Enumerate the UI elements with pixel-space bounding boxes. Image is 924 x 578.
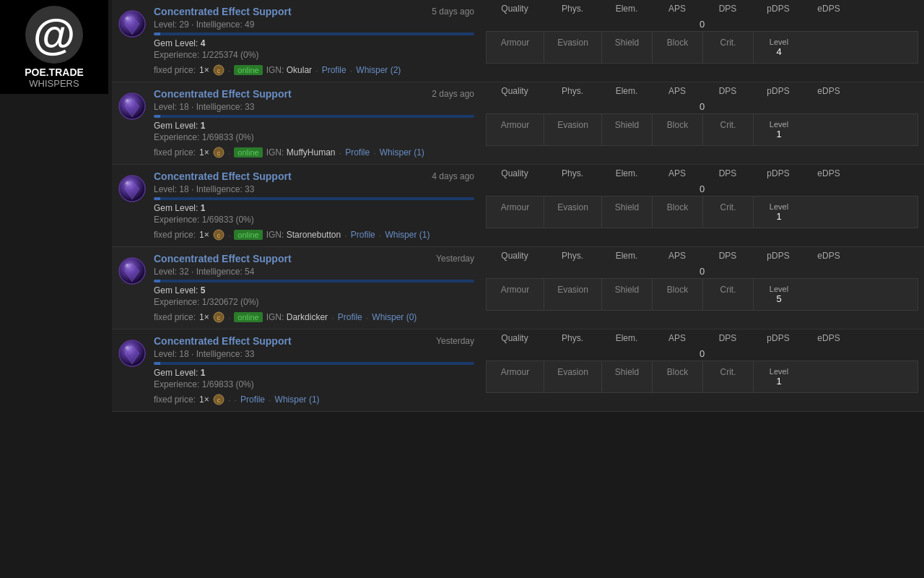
ign-name: Okular (287, 65, 312, 75)
stat-cell-block: Block (653, 32, 703, 63)
price-amount: 1× (199, 65, 209, 75)
gem-xp-fill (154, 362, 160, 365)
ign-label: IGN: Okular (266, 65, 312, 75)
listing-row: Concentrated Effect Support Yesterday Le… (112, 329, 924, 412)
gem-name[interactable]: Concentrated Effect Support (154, 6, 292, 17)
listing-right: QualityPhys.Elem.APSDPSpDPSeDPS 0 Armour… (480, 0, 924, 82)
currency-icon: c (213, 394, 225, 405)
stat-header-edps: eDPS (803, 86, 854, 96)
price-amount: 1× (199, 147, 209, 158)
stat-cell-evasion: Evasion (544, 197, 602, 228)
stat-header-edps: eDPS (803, 4, 854, 14)
stat-header-pdps: pDPS (753, 251, 803, 261)
stat-header-elem.: Elem. (601, 4, 652, 14)
gem-xp-bar (154, 197, 474, 200)
separator2: · (339, 147, 342, 158)
level-value: 4 (757, 46, 801, 57)
gem-name[interactable]: Concentrated Effect Support (154, 335, 292, 347)
svg-text:c: c (217, 67, 220, 74)
level-label: Level (757, 202, 801, 211)
gem-reqs: Level: 32 · Intelligence: 54 (154, 267, 474, 277)
gem-reqs: Level: 18 · Intelligence: 33 (154, 184, 474, 194)
stats-header: QualityPhys.Elem.APSDPSpDPSeDPS (486, 86, 918, 96)
gem-xp-line: Experience: 1/69833 (0%) (154, 215, 474, 225)
profile-link[interactable]: Profile (240, 394, 265, 405)
separator2: · (315, 65, 318, 76)
separator3: · (350, 65, 353, 76)
stat-cell-crit.: Crit. (703, 197, 754, 228)
gem-xp-fill (154, 115, 160, 118)
time-ago: 2 days ago (432, 89, 474, 99)
stat-header-pdps: pDPS (753, 86, 803, 96)
time-ago: 4 days ago (432, 171, 474, 181)
quality-value: 0 (486, 347, 918, 361)
listing-info: Concentrated Effect Support 4 days ago L… (154, 171, 474, 241)
listing-left: Concentrated Effect Support 5 days ago L… (112, 0, 480, 82)
stat-header-edps: eDPS (803, 168, 854, 178)
listing-row: Concentrated Effect Support 2 days ago L… (112, 82, 924, 165)
stat-header-dps: DPS (702, 251, 753, 261)
whisper-link[interactable]: Whisper (1) (380, 147, 424, 158)
stat-cell-crit.: Crit. (703, 361, 754, 392)
price-label: fixed price: (154, 394, 196, 405)
svg-point-20 (126, 264, 128, 267)
stat-header-edps: eDPS (803, 251, 854, 261)
listing-right: QualityPhys.Elem.APSDPSpDPSeDPS 0 Armour… (480, 82, 924, 164)
stat-header-quality: Quality (486, 168, 544, 178)
gem-level-value: 1 (201, 121, 206, 131)
stat-header-dps: DPS (702, 86, 753, 96)
stat-cell-block: Block (653, 197, 703, 228)
profile-link[interactable]: Profile (338, 312, 362, 322)
profile-link[interactable]: Profile (351, 230, 375, 240)
gem-level-value: 1 (201, 368, 206, 378)
stat-header-quality: Quality (486, 86, 544, 96)
level-label: Level (757, 367, 801, 376)
stats-header: QualityPhys.Elem.APSDPSpDPSeDPS (486, 333, 918, 343)
gem-name[interactable]: Concentrated Effect Support (154, 253, 292, 264)
stats-row: ArmourEvasionShieldBlockCrit. Level 1 (486, 196, 918, 228)
logo-line1: POE.TRADE (25, 66, 84, 78)
stat-header-aps: APS (652, 4, 702, 14)
stat-cell-evasion: Evasion (544, 361, 602, 392)
ign-label: IGN: Staronebutton (266, 230, 341, 240)
profile-link[interactable]: Profile (345, 147, 370, 158)
gem-xp-bar (154, 115, 474, 118)
stat-cell-shield: Shield (602, 279, 653, 310)
svg-point-26 (126, 346, 128, 349)
gem-level-line: Gem Level: 4 (154, 38, 474, 48)
whisper-link[interactable]: Whisper (1) (275, 394, 320, 405)
gem-name[interactable]: Concentrated Effect Support (154, 88, 292, 100)
stat-cell-shield: Shield (602, 32, 653, 63)
stat-cell-armour: Armour (487, 114, 544, 145)
stat-cell-shield: Shield (602, 197, 653, 228)
svg-text:c: c (217, 397, 220, 404)
price-label: fixed price: (154, 230, 196, 240)
currency-icon: c (213, 64, 225, 76)
listing-footer: fixed price: 1× c · · Profile · Whisper … (154, 394, 474, 405)
gem-level-value: 5 (201, 285, 206, 296)
gem-xp-bar (154, 362, 474, 365)
separator2: · (344, 230, 347, 241)
whisper-link[interactable]: Whisper (0) (372, 312, 417, 322)
whisper-link[interactable]: Whisper (2) (356, 65, 401, 75)
stat-header-phys.: Phys. (544, 86, 601, 96)
listing-left: Concentrated Effect Support 2 days ago L… (112, 82, 480, 164)
whisper-link[interactable]: Whisper (1) (385, 230, 430, 240)
gem-xp-fill (154, 33, 160, 35)
profile-link[interactable]: Profile (322, 65, 346, 75)
level-label: Level (757, 120, 801, 129)
svg-text:c: c (217, 232, 220, 239)
gem-name[interactable]: Concentrated Effect Support (154, 171, 292, 182)
svg-point-14 (126, 181, 128, 184)
gem-reqs: Level: 18 · Intelligence: 33 (154, 102, 474, 112)
gem-level-line: Gem Level: 1 (154, 203, 474, 213)
gem-xp-line: Experience: 1/320672 (0%) (154, 297, 474, 307)
stat-header-pdps: pDPS (753, 333, 803, 343)
listing-footer: fixed price: 1× c · online IGN: Okular ·… (154, 64, 474, 76)
level-cell: Level 5 (754, 279, 804, 310)
listing-info: Concentrated Effect Support 5 days ago L… (154, 6, 474, 76)
listing-header: Concentrated Effect Support 5 days ago (154, 6, 474, 17)
quality-value: 0 (486, 17, 918, 31)
separator: · (228, 65, 231, 76)
stat-header-phys.: Phys. (544, 4, 601, 14)
